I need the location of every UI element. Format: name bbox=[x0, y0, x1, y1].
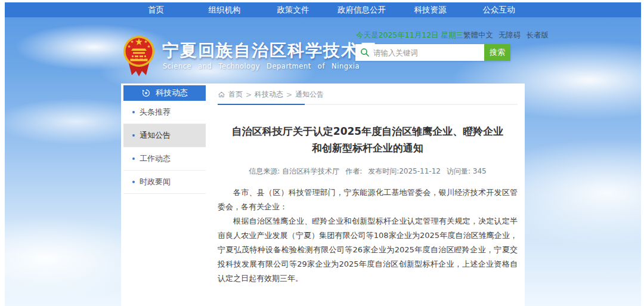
bullet-dot-icon bbox=[132, 134, 135, 137]
bullet-dot-icon bbox=[132, 111, 135, 113]
breadcrumb-separator: > bbox=[286, 91, 292, 99]
sidebar-item-headline-recommend[interactable]: 头条推荐 bbox=[123, 101, 206, 124]
bullet-dot-icon bbox=[132, 181, 135, 183]
sidebar-item-work-updates[interactable]: 工作动态 bbox=[123, 147, 206, 171]
meta-visit-count: 访问量: 345 bbox=[447, 166, 487, 177]
nav-item-policy-documents[interactable]: 政策文件 bbox=[259, 5, 327, 16]
meta-author: 作者: bbox=[345, 166, 362, 177]
search-input[interactable] bbox=[355, 44, 484, 61]
sidebar-header: 科技动态 bbox=[123, 85, 206, 101]
article-main-column: 首页 > 科技动态 > 通知公告 自治区科技厅关于认定2025年度自治区雏鹰企业… bbox=[218, 84, 518, 306]
breadcrumb-separator: > bbox=[246, 91, 252, 99]
nav-item-public-interaction[interactable]: 公众互动 bbox=[465, 5, 533, 16]
breadcrumb-divider-accent bbox=[218, 104, 305, 105]
breadcrumb: 首页 > 科技动态 > 通知公告 bbox=[218, 89, 518, 100]
sidebar-item-label: 头条推荐 bbox=[140, 107, 171, 118]
sidebar-item-current-politics[interactable]: 时政要闻 bbox=[123, 171, 206, 194]
national-emblem-logo bbox=[122, 33, 156, 78]
content-card: 科技动态 头条推荐 通知公告 工作动态 时政要闻 bbox=[121, 84, 525, 306]
breadcrumb-notices[interactable]: 通知公告 bbox=[295, 89, 324, 100]
nav-item-tech-resources[interactable]: 科技资源 bbox=[396, 5, 465, 16]
bullet-dot-icon bbox=[132, 157, 135, 160]
sidebar-item-label: 工作动态 bbox=[140, 153, 171, 164]
article-meta: 信息来源: 自治区科学技术厅 作者: 发布时间:2025-11-12 访问量: … bbox=[218, 166, 518, 177]
sidebar-item-label: 时政要闻 bbox=[140, 177, 171, 187]
sidebar-item-notices[interactable]: 通知公告 bbox=[123, 124, 206, 147]
meta-source: 信息来源: 自治区科学技术厅 bbox=[249, 166, 339, 177]
nav-item-organization[interactable]: 组织机构 bbox=[190, 5, 259, 16]
sidebar-list: 头条推荐 通知公告 工作动态 时政要闻 bbox=[123, 101, 206, 194]
top-utility-bar: 今天是2025年11月12日 星期三 繁體中文 无障碍 长者版 bbox=[356, 30, 519, 40]
meta-publish-time: 发布时间:2025-11-12 bbox=[368, 166, 441, 177]
nav-item-gov-info-disclosure[interactable]: 政府信息公开 bbox=[327, 5, 396, 16]
breadcrumb-tech-news[interactable]: 科技动态 bbox=[255, 89, 283, 100]
search-bar: 搜索 bbox=[355, 44, 510, 61]
link-elderly-version[interactable]: 长者版 bbox=[527, 30, 549, 41]
breadcrumb-divider bbox=[218, 104, 518, 105]
sidebar: 科技动态 头条推荐 通知公告 工作动态 时政要闻 bbox=[123, 85, 206, 194]
site-subtitle-english: Science and Technology Department of Nin… bbox=[163, 62, 360, 70]
sidebar-title: 科技动态 bbox=[156, 88, 188, 98]
article-paragraph: 根据自治区雏鹰企业、瞪羚企业和创新型标杆企业认定管理有关规定，决定认定半亩良人农… bbox=[218, 214, 518, 286]
nav-item-home[interactable]: 首页 bbox=[122, 5, 190, 16]
breadcrumb-home[interactable]: 首页 bbox=[228, 89, 243, 100]
article-paragraph: 各市、县（区）科技管理部门，宁东能源化工基地管委会，银川经济技术开发区管委会，各… bbox=[218, 186, 518, 214]
home-icon bbox=[218, 91, 225, 98]
article-title: 自治区科技厅关于认定2025年度自治区雏鹰企业、瞪羚企业和创新型标杆企业的通知 bbox=[228, 123, 508, 156]
search-icon bbox=[360, 48, 370, 57]
link-accessibility[interactable]: 无障碍 bbox=[499, 30, 521, 41]
site-title: 宁夏回族自治区科学技术厅 bbox=[162, 39, 377, 62]
top-navigation: 首页 组织机构 政策文件 政府信息公开 科技资源 公众互动 bbox=[5, 2, 641, 17]
article-body: 各市、县（区）科技管理部门，宁东能源化工基地管委会，银川经济技术开发区管委会，各… bbox=[218, 186, 518, 286]
tech-news-icon bbox=[141, 88, 151, 98]
today-date: 今天是2025年11月12日 星期三 bbox=[356, 30, 463, 41]
sidebar-item-label: 通知公告 bbox=[140, 130, 171, 141]
link-traditional-chinese[interactable]: 繁體中文 bbox=[463, 30, 493, 41]
search-button[interactable]: 搜索 bbox=[484, 44, 510, 61]
